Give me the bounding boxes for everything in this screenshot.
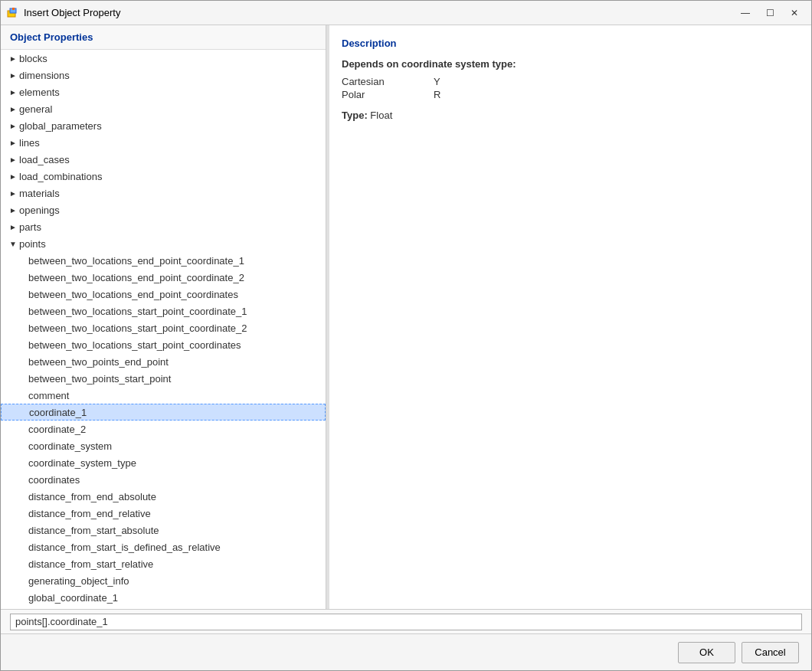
tree-item-label: parts — [19, 221, 41, 233]
coord-val-cartesian: Y — [434, 76, 440, 87]
tree-child-label: generating_object_info — [28, 575, 129, 587]
maximize-button[interactable]: ☐ — [759, 5, 781, 21]
tree-child-dist-end-rel[interactable]: distance_from_end_relative — [1, 505, 326, 522]
chevron-right-icon: ► — [7, 86, 19, 98]
chevron-right-icon: ► — [7, 221, 19, 233]
tree-item-label: general — [19, 103, 52, 115]
tree-child-coordinate-system[interactable]: coordinate_system — [1, 437, 326, 454]
tree-child-coordinate-2[interactable]: coordinate_2 — [1, 421, 326, 437]
tree-child-label: distance_from_end_relative — [28, 508, 151, 519]
tree-child-between-start-2[interactable]: between_two_locations_start_point_coordi… — [1, 319, 326, 336]
type-value: Float — [370, 110, 392, 121]
tree-child-label: between_two_points_end_point — [28, 356, 169, 368]
description-header: Description — [342, 38, 799, 49]
type-row: Type: Float — [342, 110, 799, 121]
tree-item-dimensions[interactable]: ► dimensions — [1, 67, 326, 83]
chevron-right-icon: ► — [7, 69, 19, 81]
tree-child-coordinate-system-type[interactable]: coordinate_system_type — [1, 454, 326, 471]
tree-child-dist-start-abs[interactable]: distance_from_start_absolute — [1, 522, 326, 538]
window-controls: — ☐ ✕ — [735, 5, 805, 21]
tree-child-label: global_coordinate_1 — [28, 592, 118, 604]
tree-child-generating-obj[interactable]: generating_object_info — [1, 572, 326, 589]
chevron-right-icon: ► — [7, 119, 19, 132]
tree-child-label: between_two_locations_end_point_coordina… — [28, 289, 238, 300]
ok-button[interactable]: OK — [678, 642, 735, 663]
tree-item-lines[interactable]: ► lines — [1, 134, 326, 151]
tree-container[interactable]: ► blocks ► dimensions ► elements ► gener… — [1, 50, 326, 609]
tree-item-materials[interactable]: ► materials — [1, 185, 326, 201]
coord-val-polar: R — [434, 89, 440, 100]
left-panel-header: Object Properties — [1, 25, 326, 50]
tree-item-label: lines — [19, 137, 40, 149]
type-label: Type: — [342, 110, 368, 121]
tree-child-comment[interactable]: comment — [1, 387, 326, 404]
chevron-down-icon: ▼ — [7, 237, 19, 250]
tree-item-label: load_cases — [19, 154, 70, 165]
tree-child-label: between_two_locations_start_point_coordi… — [28, 322, 247, 334]
tree-child-label: between_two_locations_start_point_coordi… — [28, 306, 247, 317]
app-icon — [7, 7, 19, 19]
tree-child-between-end-2[interactable]: between_two_locations_end_point_coordina… — [1, 269, 326, 286]
tree-child-label: between_two_points_start_point — [28, 373, 171, 385]
tree-child-between-start-coords[interactable]: between_two_locations_start_point_coordi… — [1, 336, 326, 353]
tree-child-label: between_two_locations_start_point_coordi… — [28, 339, 241, 351]
tree-child-label: between_two_locations_end_point_coordina… — [28, 255, 244, 267]
chevron-right-icon: ► — [7, 136, 19, 149]
main-content: Object Properties ► blocks ► dimensions … — [1, 25, 811, 609]
tree-child-between-two-points-end[interactable]: between_two_points_end_point — [1, 353, 326, 370]
chevron-right-icon: ► — [7, 187, 19, 199]
tree-child-dist-start-defined[interactable]: distance_from_start_is_defined_as_relati… — [1, 538, 326, 555]
tree-item-label: dimensions — [19, 70, 70, 81]
tree-child-dist-end-abs[interactable]: distance_from_end_absolute — [1, 488, 326, 505]
tree-child-dist-start-rel[interactable]: distance_from_start_relative — [1, 555, 326, 572]
tree-item-points[interactable]: ▼ points — [1, 235, 326, 252]
tree-child-label: coordinate_system_type — [28, 457, 136, 469]
main-window: Insert Object Property — ☐ ✕ Object Prop… — [0, 0, 812, 671]
depends-label: Depends on coordinate system type: — [342, 58, 799, 70]
close-button[interactable]: ✕ — [784, 5, 805, 21]
right-panel: Description Depends on coordinate system… — [329, 25, 811, 609]
tree-child-between-start-1[interactable]: between_two_locations_start_point_coordi… — [1, 303, 326, 319]
svg-rect-2 — [12, 8, 15, 10]
tree-child-coordinates[interactable]: coordinates — [1, 471, 326, 488]
left-panel: Object Properties ► blocks ► dimensions … — [1, 25, 326, 609]
table-row-cartesian: Cartesian Y — [342, 76, 799, 87]
tree-item-elements[interactable]: ► elements — [1, 83, 326, 100]
chevron-right-icon: ► — [7, 170, 19, 182]
tree-item-global-parameters[interactable]: ► global_parameters — [1, 117, 326, 134]
tree-item-label: points — [19, 238, 46, 250]
description-content: Depends on coordinate system type: Carte… — [342, 58, 799, 121]
cancel-button[interactable]: Cancel — [742, 642, 799, 663]
tree-child-between-two-points-start[interactable]: between_two_points_start_point — [1, 370, 326, 387]
coord-type-table: Cartesian Y Polar R — [342, 76, 799, 100]
minimize-button[interactable]: — — [735, 5, 756, 21]
tree-item-openings[interactable]: ► openings — [1, 201, 326, 218]
tree-item-label: materials — [19, 188, 60, 199]
tree-item-label: global_parameters — [19, 120, 102, 132]
chevron-right-icon: ► — [7, 204, 19, 216]
tree-child-global-coord-1[interactable]: global_coordinate_1 — [1, 589, 326, 606]
tree-item-label: load_combinations — [19, 171, 102, 182]
tree-child-label: distance_from_start_absolute — [28, 525, 159, 536]
tree-item-parts[interactable]: ► parts — [1, 218, 326, 235]
tree-item-general[interactable]: ► general — [1, 100, 326, 117]
tree-child-between-end-coords[interactable]: between_two_locations_end_point_coordina… — [1, 286, 326, 303]
title-bar: Insert Object Property — ☐ ✕ — [1, 1, 811, 25]
tree-child-between-end-1[interactable]: between_two_locations_end_point_coordina… — [1, 252, 326, 269]
tree-item-blocks[interactable]: ► blocks — [1, 50, 326, 67]
tree-item-label: openings — [19, 205, 60, 216]
coord-key-cartesian: Cartesian — [342, 76, 403, 87]
tree-item-label: elements — [19, 87, 60, 98]
tree-child-label: coordinate_2 — [28, 424, 86, 435]
chevron-right-icon: ► — [7, 153, 19, 165]
table-row-polar: Polar R — [342, 89, 799, 100]
tree-child-label: between_two_locations_end_point_coordina… — [28, 272, 244, 283]
tree-child-coordinate-1[interactable]: coordinate_1 — [1, 404, 326, 421]
tree-item-load-cases[interactable]: ► load_cases — [1, 151, 326, 168]
footer: OK Cancel — [1, 633, 811, 670]
tree-item-load-combinations[interactable]: ► load_combinations — [1, 168, 326, 185]
chevron-right-icon: ► — [7, 52, 19, 64]
path-input[interactable] — [10, 614, 802, 630]
tree-child-label: coordinate_1 — [29, 407, 87, 418]
tree-child-label: distance_from_start_is_defined_as_relati… — [28, 542, 221, 553]
